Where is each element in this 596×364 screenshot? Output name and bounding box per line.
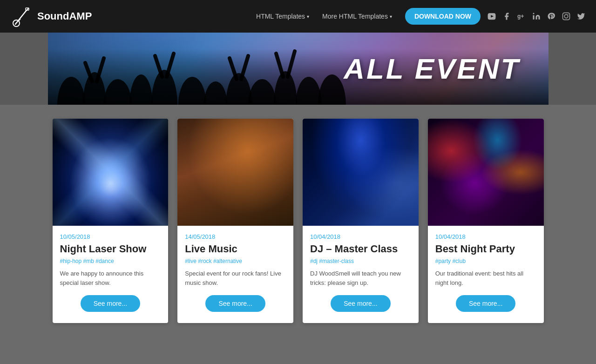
svg-point-11 bbox=[568, 14, 569, 15]
brand-link[interactable]: SoundAMP bbox=[9, 5, 92, 28]
svg-point-23 bbox=[318, 74, 346, 105]
svg-point-20 bbox=[248, 79, 276, 105]
chevron-down-icon: ▾ bbox=[307, 14, 309, 19]
event-desc-2: DJ WoodSmell will teach you new tricks: … bbox=[310, 269, 411, 288]
event-card: 10/04/2018 Best Night Party #party #club… bbox=[428, 119, 544, 323]
chevron-down-icon: ▾ bbox=[390, 14, 392, 19]
main-content: 10/05/2018 Night Laser Show #hip-hop #mb… bbox=[48, 119, 549, 323]
svg-text:g+: g+ bbox=[517, 13, 524, 20]
pinterest-icon[interactable] bbox=[546, 11, 557, 22]
svg-point-15 bbox=[129, 74, 153, 105]
event-card: 10/04/2018 DJ – Master Class #dj #master… bbox=[303, 119, 419, 323]
svg-point-22 bbox=[296, 77, 322, 105]
hero-banner: ALL EVENT bbox=[48, 33, 549, 105]
more-templates-label: More HTML Templates bbox=[322, 13, 388, 20]
event-card-image-1 bbox=[177, 119, 293, 226]
svg-point-14 bbox=[104, 79, 132, 105]
event-tags-2: #dj #master-class bbox=[310, 258, 411, 264]
svg-rect-9 bbox=[563, 13, 570, 20]
navbar: SoundAMP HTML Templates ▾ More HTML Temp… bbox=[0, 0, 596, 33]
event-card-body-0: 10/05/2018 Night Laser Show #hip-hop #mb… bbox=[53, 226, 169, 323]
google-plus-icon[interactable]: g+ bbox=[516, 11, 527, 22]
social-links: g+ bbox=[486, 11, 587, 22]
svg-point-19 bbox=[226, 73, 252, 105]
svg-line-28 bbox=[230, 58, 237, 79]
event-date-2: 10/04/2018 bbox=[310, 233, 411, 240]
more-html-templates-link[interactable]: More HTML Templates ▾ bbox=[317, 9, 398, 24]
svg-point-21 bbox=[274, 71, 297, 105]
event-card-body-2: 10/04/2018 DJ – Master Class #dj #master… bbox=[303, 226, 419, 323]
see-more-button-1[interactable]: See more... bbox=[205, 295, 265, 312]
svg-line-29 bbox=[241, 56, 248, 79]
event-title-0: Night Laser Show bbox=[60, 243, 161, 255]
event-tags-1: #live #rock #alternative bbox=[185, 258, 286, 264]
event-card: 10/05/2018 Night Laser Show #hip-hop #mb… bbox=[53, 119, 169, 323]
html-templates-link[interactable]: HTML Templates ▾ bbox=[251, 9, 315, 24]
event-date-3: 10/04/2018 bbox=[435, 233, 536, 240]
linkedin-icon[interactable] bbox=[531, 11, 542, 22]
event-date-0: 10/05/2018 bbox=[60, 233, 161, 240]
svg-point-18 bbox=[204, 81, 227, 105]
event-tags-3: #party #club bbox=[435, 258, 536, 264]
facebook-icon[interactable] bbox=[501, 11, 512, 22]
svg-point-8 bbox=[533, 13, 535, 14]
event-card-image-3 bbox=[428, 119, 544, 226]
brand-name: SoundAMP bbox=[37, 10, 92, 22]
event-desc-3: Our traditional event: best hits all nig… bbox=[435, 269, 536, 288]
twitter-icon[interactable] bbox=[576, 11, 587, 22]
event-title-1: Live Music bbox=[185, 243, 286, 255]
brand-logo-icon bbox=[9, 5, 33, 28]
svg-line-27 bbox=[167, 54, 174, 77]
svg-line-30 bbox=[276, 54, 283, 77]
instagram-icon[interactable] bbox=[561, 11, 572, 22]
see-more-button-0[interactable]: See more... bbox=[81, 295, 140, 312]
hero-title: ALL EVENT bbox=[344, 52, 520, 85]
event-desc-1: Special event for our rock fans! Live mu… bbox=[185, 269, 286, 288]
see-more-button-3[interactable]: See more... bbox=[456, 295, 515, 312]
see-more-button-2[interactable]: See more... bbox=[331, 295, 390, 312]
youtube-icon[interactable] bbox=[486, 11, 497, 22]
svg-line-31 bbox=[288, 51, 295, 77]
svg-point-10 bbox=[564, 14, 568, 18]
events-grid: 10/05/2018 Night Laser Show #hip-hop #mb… bbox=[53, 119, 544, 323]
event-tags-0: #hip-hop #mb #dance bbox=[60, 258, 161, 264]
nav-links: HTML Templates ▾ More HTML Templates ▾ D… bbox=[251, 8, 486, 25]
svg-point-12 bbox=[57, 77, 85, 105]
event-title-3: Best Night Party bbox=[435, 243, 536, 255]
event-card-body-1: 14/05/2018 Live Music #live #rock #alter… bbox=[177, 226, 293, 323]
download-button[interactable]: DOWNLOAD NOW bbox=[405, 8, 481, 25]
event-card-body-3: 10/04/2018 Best Night Party #party #club… bbox=[428, 226, 544, 323]
svg-point-13 bbox=[83, 72, 106, 105]
event-card-image-2 bbox=[303, 119, 419, 226]
event-title-2: DJ – Master Class bbox=[310, 243, 411, 255]
svg-point-16 bbox=[151, 70, 177, 105]
templates-label: HTML Templates bbox=[256, 13, 305, 20]
event-date-1: 14/05/2018 bbox=[185, 233, 286, 240]
event-card-image-0 bbox=[53, 119, 169, 226]
event-desc-0: We are happy to announce this special la… bbox=[60, 269, 161, 288]
svg-point-17 bbox=[178, 77, 206, 105]
event-card: 14/05/2018 Live Music #live #rock #alter… bbox=[177, 119, 293, 323]
